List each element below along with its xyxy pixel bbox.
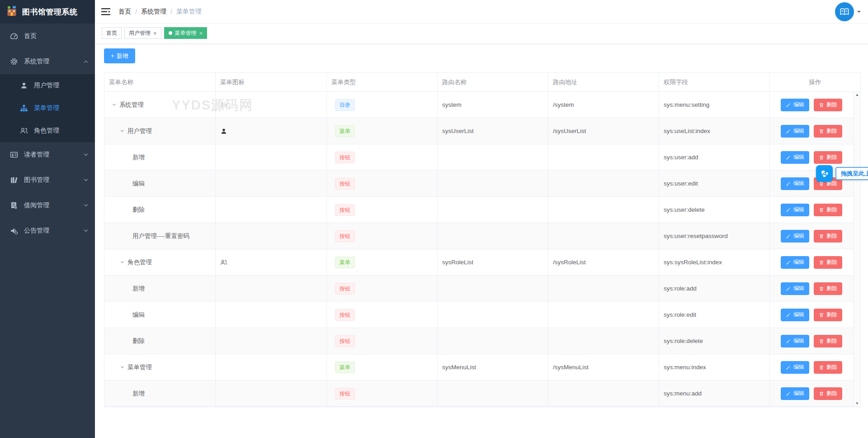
- scroll-up-icon[interactable]: ▲: [855, 93, 859, 97]
- close-icon[interactable]: ×: [199, 30, 203, 36]
- edit-button[interactable]: 编辑: [781, 361, 809, 374]
- menu-name: 用户管理: [127, 127, 152, 135]
- roles-icon: [220, 259, 227, 266]
- tab-label: 菜单管理: [175, 29, 197, 37]
- sidebar-item-menu-mgmt[interactable]: 菜单管理: [0, 97, 95, 119]
- delete-button[interactable]: 删除: [814, 125, 842, 138]
- gear-icon: [10, 57, 18, 66]
- edit-button[interactable]: 编辑: [781, 335, 809, 348]
- permission: sys:menu:add: [659, 381, 770, 406]
- edit-button[interactable]: 编辑: [781, 125, 809, 138]
- edit-button[interactable]: 编辑: [781, 177, 809, 190]
- breadcrumb-system[interactable]: 系统管理: [141, 8, 166, 16]
- table-row: 删除 按钮 sys:user:delete 编辑删除: [104, 197, 860, 223]
- pencil-icon: [786, 365, 791, 370]
- drag-upload-widget[interactable]: 拖拽至此上传: [816, 165, 868, 182]
- edit-button[interactable]: 编辑: [781, 151, 809, 164]
- sidebar-item-user-mgmt[interactable]: 用户管理: [0, 74, 95, 97]
- pencil-icon: [786, 312, 791, 318]
- route-path: /sysRoleList: [548, 249, 659, 275]
- top-header-bar: 首页 / 系统管理 / 菜单管理: [95, 0, 868, 24]
- delete-button[interactable]: 删除: [814, 99, 842, 111]
- idcard-icon: [10, 151, 18, 159]
- expand-caret-icon[interactable]: [120, 129, 125, 133]
- active-dot-icon: [169, 31, 172, 35]
- pencil-icon: [786, 155, 791, 160]
- table-row: 编辑 按钮 sys:user:edit 编辑删除: [104, 171, 860, 197]
- netdisk-upload-icon[interactable]: [816, 165, 833, 182]
- delete-button[interactable]: 删除: [814, 230, 842, 243]
- table-row: 新增 按钮 sys:role:add 编辑删除: [104, 276, 860, 302]
- expand-caret-icon[interactable]: [120, 260, 125, 265]
- delete-button[interactable]: 删除: [814, 335, 842, 348]
- table-scrollbar[interactable]: ▲ ▼: [854, 92, 860, 407]
- column-header-path: 路由地址: [548, 73, 659, 91]
- permission: sys:role:edit: [659, 302, 770, 328]
- trash-icon: [819, 155, 824, 160]
- breadcrumb-home[interactable]: 首页: [118, 8, 131, 16]
- tags-view-bar: 首页 用户管理 × 菜单管理 ×: [95, 24, 868, 43]
- scroll-down-icon[interactable]: ▼: [855, 402, 859, 405]
- caret-down-icon: [857, 11, 861, 14]
- menu-name: 编辑: [132, 180, 145, 188]
- pencil-icon: [786, 102, 791, 108]
- type-badge: 按钮: [335, 283, 355, 295]
- add-menu-button[interactable]: + 新增: [104, 48, 135, 63]
- delete-button[interactable]: 删除: [814, 361, 842, 374]
- user-icon: [20, 81, 28, 90]
- edit-button[interactable]: 编辑: [781, 282, 809, 295]
- sidebar-item-home[interactable]: 首页: [0, 24, 95, 49]
- sidebar-item-reader-mgmt[interactable]: 读者管理: [0, 142, 95, 167]
- sidebar-collapse-icon[interactable]: [101, 8, 110, 16]
- edit-button[interactable]: 编辑: [781, 99, 809, 111]
- user-icon: [220, 128, 227, 135]
- permission: sys:menu:index: [659, 354, 770, 380]
- route-path: /sysUserList: [548, 118, 659, 144]
- menu-name: 菜单管理: [127, 363, 152, 371]
- route-path: /sysMenuList: [548, 354, 659, 380]
- close-icon[interactable]: ×: [153, 30, 157, 36]
- route-name: sysMenuList: [438, 354, 548, 380]
- edit-button[interactable]: 编辑: [781, 309, 809, 321]
- menu-name: 删除: [132, 206, 145, 214]
- delete-button[interactable]: 删除: [814, 151, 842, 164]
- menu-tree-icon: [20, 104, 28, 112]
- tab-home[interactable]: 首页: [102, 27, 122, 39]
- permission: sys:menu:setting: [659, 92, 770, 118]
- avatar[interactable]: [835, 2, 854, 21]
- breadcrumb: 首页 / 系统管理 / 菜单管理: [118, 8, 202, 16]
- edit-button[interactable]: 编辑: [781, 230, 809, 243]
- user-menu[interactable]: [835, 2, 861, 21]
- sidebar-item-label: 角色管理: [34, 127, 59, 135]
- menu-name: 用户管理----重置密码: [132, 232, 189, 240]
- delete-button[interactable]: 删除: [814, 204, 842, 216]
- menu-name: 系统管理: [119, 101, 144, 109]
- sidebar-item-borrow-mgmt[interactable]: 借阅管理: [0, 193, 95, 218]
- edit-button[interactable]: 编辑: [781, 204, 809, 216]
- edit-button[interactable]: 编辑: [781, 256, 809, 269]
- chevron-down-icon: [83, 203, 89, 208]
- delete-button[interactable]: 删除: [814, 387, 842, 400]
- expand-caret-icon[interactable]: [120, 365, 125, 370]
- sidebar-item-system[interactable]: 系统管理: [0, 49, 95, 74]
- type-badge: 按钮: [335, 335, 355, 347]
- tab-label: 用户管理: [129, 29, 151, 37]
- sidebar-item-announcement-mgmt[interactable]: 公告管理: [0, 218, 95, 243]
- delete-button[interactable]: 删除: [814, 282, 842, 295]
- type-badge: 目录: [335, 99, 355, 111]
- table-body: 系统管理 目录 system /system sys:menu:setting …: [104, 92, 860, 407]
- delete-button[interactable]: 删除: [814, 309, 842, 321]
- announcement-icon: [10, 227, 18, 235]
- menu-name: 新增: [132, 285, 145, 293]
- tab-menu-mgmt[interactable]: 菜单管理 ×: [164, 27, 208, 39]
- expand-caret-icon[interactable]: [112, 102, 117, 107]
- type-badge: 按钮: [335, 388, 355, 400]
- sidebar-item-role-mgmt[interactable]: 角色管理: [0, 119, 95, 142]
- chevron-up-icon: [83, 59, 89, 64]
- edit-button[interactable]: 编辑: [781, 387, 809, 400]
- gear-icon: [220, 101, 227, 109]
- tab-user-mgmt[interactable]: 用户管理 ×: [124, 27, 161, 39]
- delete-button[interactable]: 删除: [814, 256, 842, 269]
- sidebar-item-book-mgmt[interactable]: 图书管理: [0, 167, 95, 193]
- pencil-icon: [786, 181, 791, 186]
